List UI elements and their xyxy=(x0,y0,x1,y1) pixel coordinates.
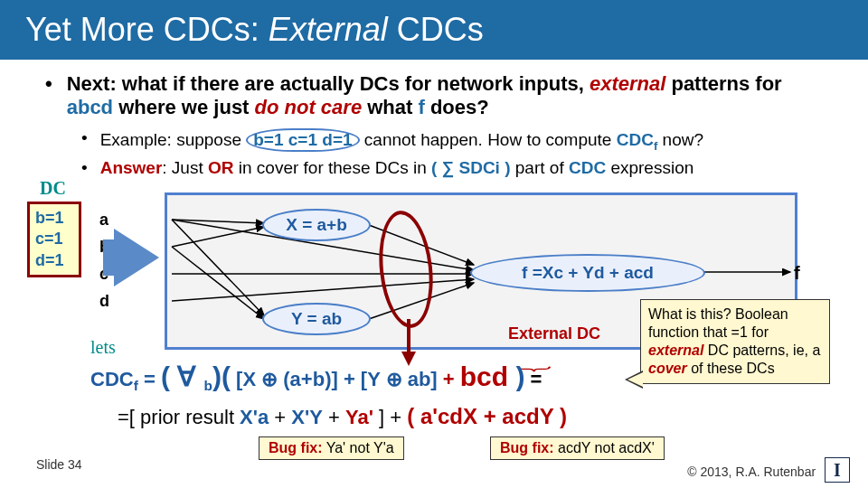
sub1-text: Example: suppose b=1 c=1 d=1 cannot happ… xyxy=(100,128,703,153)
eq1-bcd: bcd xyxy=(460,361,508,391)
dc-l2: c=1 xyxy=(35,229,73,249)
eq1-cdc: CDC xyxy=(90,368,134,390)
eq1-terms: [X ⊕ (a+b)] + [Y ⊕ ab] xyxy=(231,368,438,390)
sub1-dot: • xyxy=(81,128,88,153)
bugfix-1: Bug fix: Ya' not Y'a xyxy=(259,436,404,460)
callout-box: What is this? Boolean function that =1 f… xyxy=(640,299,830,384)
bf2-lab: Bug fix: xyxy=(500,440,554,455)
b1-mid2: where we just xyxy=(113,96,255,118)
eq1-forall: ( ∀ xyxy=(161,361,204,391)
title-pre: Yet More CDCs: xyxy=(25,11,269,48)
bullet-text: Next: what if there are actually DCs for… xyxy=(67,72,823,119)
sub2-dot: • xyxy=(81,158,88,178)
bubble-y: Y = ab xyxy=(262,303,371,335)
s2-or: OR xyxy=(208,158,234,177)
s1-mid: cannot happen. How to compute xyxy=(360,130,617,149)
s2-m3: part of xyxy=(511,158,569,177)
eq2-open: ( xyxy=(407,404,420,428)
s2-m1: : Just xyxy=(162,158,208,177)
eq2-post1: ] + xyxy=(373,406,407,428)
eq2-p2: + xyxy=(323,406,345,428)
slide-number: Slide 34 xyxy=(36,457,82,483)
diagram: DC b=1 c=1 d=1 a b c d xyxy=(27,183,814,488)
co-l3: of these DCs xyxy=(687,361,775,376)
equation-cdc: CDCf = ( ∀ b)( [X ⊕ (a+b)] + [Y ⊕ ab] + … xyxy=(90,361,542,394)
copyright: © 2013, R.A. Rutenbar I xyxy=(687,457,850,483)
s2-cdc: CDC xyxy=(569,158,606,177)
eq2-pre: =[ prior result xyxy=(118,406,240,428)
bullet-dot: • xyxy=(45,72,52,119)
pen-dc-annotation: DC xyxy=(40,178,66,199)
eq1-b: b xyxy=(204,378,212,393)
footer: Slide 34 © 2013, R.A. Rutenbar I xyxy=(0,457,868,484)
co-cov: cover xyxy=(648,361,687,376)
b1-post: does? xyxy=(425,96,489,118)
copy-text: © 2013, R.A. Rutenbar xyxy=(687,465,816,479)
s1-pre: Example: suppose xyxy=(100,130,247,149)
sub1: • Example: suppose b=1 c=1 d=1 cannot ha… xyxy=(81,128,823,153)
co-ext: external xyxy=(648,343,703,358)
dc-l3: d=1 xyxy=(35,250,73,271)
eq2-p1: + xyxy=(269,406,291,428)
bf2-txt: acdY not acdX' xyxy=(554,440,655,455)
title-bar: Yet More CDCs: External CDCs xyxy=(0,0,868,60)
eq2-r1: a'cdX + acdY xyxy=(420,404,553,428)
eq2-t1: X'a xyxy=(240,406,269,428)
eq2-close: ) xyxy=(553,404,567,428)
b1-pre: Next: what if there are actually DCs for… xyxy=(67,72,590,95)
big-arrow-icon xyxy=(114,229,159,286)
external-dc-label: External DC xyxy=(508,324,600,343)
sub2: • Answer: Just OR in cover for these DCs… xyxy=(81,158,823,178)
b1-abcd: abcd xyxy=(67,96,113,118)
bugfix-2: Bug fix: acdY not acdX' xyxy=(490,436,665,460)
eq2-t3: Ya' xyxy=(345,406,373,428)
bf1-txt: Ya' not Y'a xyxy=(323,440,394,455)
b1-dc: do not care xyxy=(255,96,363,118)
s2-sig: ( ∑ SDCi ) xyxy=(431,158,510,177)
illinois-logo-icon: I xyxy=(825,457,850,483)
b1-f: f xyxy=(418,96,424,118)
bubble-x: X = a+b xyxy=(262,209,371,241)
s2-m2: in cover for these DCs in xyxy=(233,158,431,177)
s1-circ: b=1 c=1 d=1 xyxy=(246,128,359,152)
equation-result: =[ prior result X'a + X'Y + Ya' ] + ( a'… xyxy=(118,404,567,429)
sub2-text: Answer: Just OR in cover for these DCs i… xyxy=(100,158,694,178)
eq1-eq2: = xyxy=(524,368,542,390)
b1-mid3: what xyxy=(362,96,418,118)
b1-mid: patterns for xyxy=(665,72,781,95)
co-l1: What is this? Boolean function that =1 f… xyxy=(648,306,788,340)
dc-l1: b=1 xyxy=(35,208,73,229)
bullet-main: • Next: what if there are actually DCs f… xyxy=(45,72,823,119)
lets-annotation: lets xyxy=(90,337,116,358)
s1-post: now? xyxy=(657,130,703,149)
eq1-c1: )( xyxy=(212,361,231,391)
in-d: d xyxy=(99,292,109,311)
bubble-f: f =Xc + Yd + acd xyxy=(470,254,705,292)
eq2-t2: X'Y xyxy=(291,406,323,428)
dc-box: b=1 c=1 d=1 xyxy=(27,202,81,277)
eq1-plus: + xyxy=(438,368,460,390)
s2-post: expression xyxy=(606,158,693,177)
title-italic: External xyxy=(269,11,388,48)
in-a: a xyxy=(99,211,108,230)
title-post: CDCs xyxy=(388,11,484,48)
co-l2: DC patterns, ie, a xyxy=(703,343,820,358)
s2-ans: Answer xyxy=(100,158,163,177)
content: • Next: what if there are actually DCs f… xyxy=(0,60,868,488)
eq1-eq: = xyxy=(138,368,161,390)
s1-cdc: CDCf xyxy=(617,130,658,149)
eq1-c2: ) xyxy=(508,361,524,391)
f-output: f xyxy=(794,263,800,284)
s1-cdc-t: CDC xyxy=(617,130,654,149)
bf1-lab: Bug fix: xyxy=(269,440,323,455)
b1-ext: external xyxy=(590,72,665,95)
